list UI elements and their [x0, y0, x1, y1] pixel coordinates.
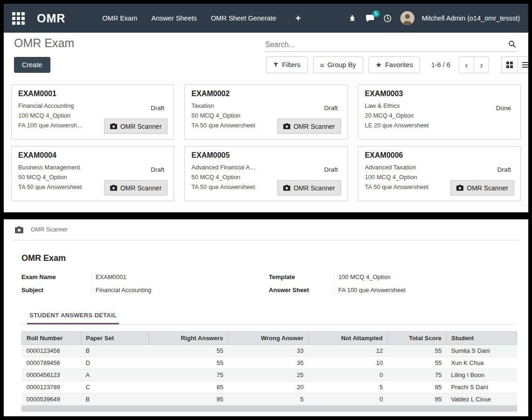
table-row[interactable]: 0000123456 B 55 33 12 55 Sumita S Dani [22, 345, 517, 357]
camera-icon [283, 185, 290, 191]
col-paper-set[interactable]: Paper Set [81, 332, 149, 345]
status-badge: Draft [324, 105, 337, 112]
breadcrumb: OMR Scanner [4, 219, 528, 240]
pager-previous-button[interactable]: ‹ [459, 56, 474, 73]
activities-clock-icon[interactable] [383, 13, 393, 23]
template-label: Template [269, 273, 334, 281]
omr-scanner-button[interactable]: OMR Scanner [450, 180, 514, 196]
table-row[interactable]: 0000456123 A 75 25 0 75 Liling I Boon [22, 369, 517, 381]
favorites-button[interactable]: ★ Favorites [369, 56, 420, 73]
messages-icon[interactable]: 5 [365, 13, 375, 23]
exam-subject: Advanced Financial A… [191, 163, 294, 173]
debug-bug-icon[interactable] [347, 13, 357, 23]
camera-icon [456, 185, 463, 191]
cell-paper-set: A [81, 369, 149, 381]
user-avatar[interactable] [400, 11, 414, 25]
cell-student: Prachi S Dani [447, 381, 517, 393]
exam-name: EXAM0001 [18, 90, 167, 98]
cell-right-answers: 85 [149, 381, 228, 393]
camera-icon [110, 123, 117, 129]
col-wrong-answer[interactable]: Wrong Answer [228, 332, 308, 345]
cell-paper-set: B [81, 345, 149, 357]
exam-subject: Taxation [191, 101, 294, 111]
table-row[interactable]: 0000539649 B 95 5 0 95 Valdez L Cisse [22, 393, 517, 406]
exam-name: EXAM0006 [365, 151, 514, 160]
nav-menu-answer-sheets[interactable]: Answer Sheets [144, 10, 204, 27]
group-by-label: Group By [328, 61, 356, 69]
group-by-button[interactable]: ≡ Group By [313, 56, 363, 73]
subject-label: Subject [21, 286, 91, 294]
kanban-card[interactable]: EXAM0003 Law & Ethics 20 MCQ 4_Option LE… [358, 84, 521, 140]
exam-name: EXAM0003 [365, 90, 514, 98]
col-roll-number[interactable]: Roll Number [22, 332, 81, 345]
cell-total-score: 55 [388, 345, 447, 357]
col-total-score[interactable]: Total Score [388, 332, 447, 345]
window-separator [4, 212, 528, 219]
kanban-grid-icon [506, 62, 513, 68]
cell-wrong-answer: 33 [228, 345, 308, 357]
col-not-attampted[interactable]: Not Attampted [308, 332, 388, 345]
filters-button[interactable]: Filters [266, 56, 307, 73]
cell-not-attampted: 10 [308, 357, 388, 369]
omr-scanner-label: OMR Scanner [294, 123, 335, 130]
cell-student: Liling I Boon [447, 369, 517, 381]
pager-next-button[interactable]: › [474, 56, 489, 73]
camera-icon [110, 185, 117, 191]
omr-scanner-label: OMR Scanner [120, 184, 162, 192]
omr-scanner-button[interactable]: OMR Scanner [277, 180, 341, 196]
student-answers-table: Roll Number Paper Set Right Answers Wron… [21, 331, 517, 406]
col-right-answers[interactable]: Right Answers [149, 332, 228, 345]
kanban-card[interactable]: EXAM0005 Advanced Financial A… 50 MCQ 4_… [184, 146, 347, 201]
exam-subject: Advanced Taxation [365, 163, 468, 173]
exam-subject: Law & Ethics [365, 101, 468, 111]
filter-funnel-icon [273, 61, 279, 69]
kanban-view-button[interactable] [501, 56, 518, 73]
navbar-systray: 5 Mitchell Admin (o14_omr_tessst) [347, 11, 520, 25]
kanban-card[interactable]: EXAM0001 Financial Accounting 100 MCQ 4_… [11, 84, 174, 140]
pager-counter: 1-6 / 6 [431, 61, 450, 69]
kanban-card[interactable]: EXAM0006 Advanced Taxation 100 MCQ 4_Opt… [358, 146, 521, 201]
search-icon[interactable] [507, 40, 517, 49]
kanban-card[interactable]: EXAM0002 Taxation 50 MCQ 4_Option TA 50 … [184, 84, 347, 140]
tab-student-answers-detail[interactable]: STUDENT ANSWERS DETAIL [27, 308, 119, 324]
messages-count-badge: 5 [372, 10, 380, 17]
cell-right-answers: 55 [149, 357, 228, 369]
filters-label: Filters [282, 61, 300, 69]
exam-template: 20 MCQ 4_Option [365, 111, 468, 121]
cell-student: Valdez L Cisse [447, 393, 517, 406]
user-menu[interactable]: Mitchell Admin (o14_omr_tessst) [422, 14, 520, 22]
nav-menu-omr-sheet-generate[interactable]: OMR Sheet Generate [204, 10, 283, 27]
omr-scanner-button[interactable]: OMR Scanner [104, 180, 168, 196]
exam-answersheet: LE 20 que Answersheet [365, 121, 468, 131]
exam-subject: Business Management [18, 163, 121, 173]
search-input[interactable] [265, 41, 507, 49]
page-title: OMR Exam [14, 36, 265, 52]
pager: ‹ › [459, 56, 489, 73]
app-brand[interactable]: OMR [37, 12, 65, 25]
plus-menu-icon[interactable]: + [289, 10, 308, 27]
cell-total-score: 55 [388, 357, 447, 369]
cell-roll-number: 0000539649 [22, 393, 81, 406]
table-row[interactable]: 0000123789 C 85 20 5 85 Prachi S Dani [22, 381, 517, 393]
search-box [265, 40, 517, 52]
template-value: 100 MCQ 4_Option [334, 273, 503, 281]
list-view-button[interactable] [518, 56, 528, 73]
cell-not-attampted: 5 [308, 381, 388, 393]
exam-name: EXAM0005 [191, 151, 340, 160]
col-student[interactable]: Student [447, 332, 517, 345]
omr-scanner-label: OMR Scanner [294, 184, 335, 192]
omr-scanner-label: OMR Scanner [120, 123, 162, 130]
omr-scanner-button[interactable]: OMR Scanner [104, 119, 168, 134]
cell-wrong-answer: 35 [228, 357, 308, 369]
nav-menu-omr-exam[interactable]: OMR Exam [95, 10, 144, 27]
create-button[interactable]: Create [14, 57, 50, 73]
kanban-card[interactable]: EXAM0004 Business Management 50 MCQ 4_Op… [11, 146, 174, 201]
table-row[interactable]: 0000789456 D 55 35 10 55 Xun K Chua [22, 357, 517, 369]
exam-name-label: Exam Name [21, 273, 91, 281]
cell-right-answers: 75 [149, 369, 228, 381]
answer-sheet-value: FA 100 que Answersheet [334, 286, 503, 294]
apps-menu-icon[interactable] [12, 12, 25, 25]
table-footer-strip [21, 406, 517, 412]
cell-paper-set: B [81, 393, 149, 406]
omr-scanner-button[interactable]: OMR Scanner [277, 119, 341, 134]
